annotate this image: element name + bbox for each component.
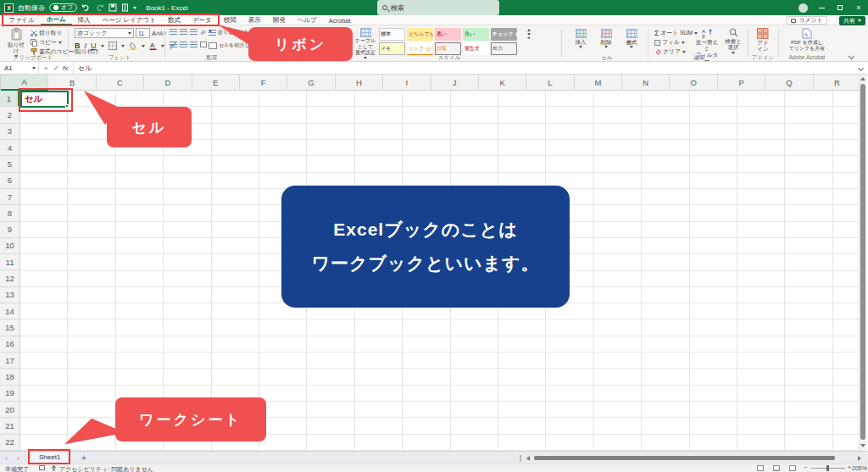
redo-icon[interactable] [95, 3, 104, 12]
page-layout-view-icon[interactable] [773, 465, 780, 471]
tab-表示[interactable]: 表示 [242, 15, 267, 25]
style-chip-リンク セル[interactable]: リンク セル [407, 42, 433, 55]
row-header-6[interactable]: 6 [0, 173, 19, 189]
row-header-3[interactable]: 3 [0, 124, 19, 140]
align-middle-icon[interactable] [180, 29, 187, 35]
delete-cells-button[interactable]: 削除 [595, 29, 617, 48]
style-chip-悪い[interactable]: 悪い [435, 28, 461, 41]
comments-button[interactable]: コメント [787, 16, 827, 25]
column-header-O[interactable]: O [670, 75, 717, 91]
print-icon[interactable] [121, 3, 129, 12]
normal-view-icon[interactable] [757, 465, 764, 471]
sheet-nav-next-icon[interactable]: › [17, 454, 19, 463]
autosum-button[interactable]: Σ オート SUM [654, 29, 698, 37]
fill-color-icon[interactable] [129, 42, 137, 50]
collapse-ribbon-icon[interactable] [849, 53, 854, 59]
indent-icon[interactable] [200, 42, 207, 47]
tab-ファイル[interactable]: ファイル [3, 15, 41, 25]
style-chip-計算[interactable]: 計算 [435, 42, 461, 55]
row-header-5[interactable]: 5 [0, 156, 19, 172]
row-header-11[interactable]: 11 [0, 254, 19, 270]
column-header-Q[interactable]: Q [765, 75, 813, 91]
expand-formula-bar-icon[interactable] [858, 65, 864, 71]
sheet-nav-prev-icon[interactable]: ‹ [5, 454, 8, 463]
zoom-in-button[interactable]: + [848, 464, 851, 470]
row-header-10[interactable]: 10 [0, 238, 19, 254]
format-cells-button[interactable]: 書式 [620, 29, 643, 48]
font-color-icon[interactable]: A [149, 42, 157, 50]
copy-button[interactable]: コピー [31, 38, 62, 47]
shrink-font-button[interactable]: A˅ [159, 31, 167, 36]
macro-record-icon[interactable] [39, 465, 45, 470]
column-header-G[interactable]: G [287, 75, 335, 91]
row-header-8[interactable]: 8 [0, 205, 19, 221]
row-header-2[interactable]: 2 [0, 107, 19, 123]
scroll-down-icon[interactable] [860, 444, 865, 447]
zoom-slider-thumb[interactable] [826, 465, 829, 471]
enter-icon[interactable]: ✓ [53, 62, 59, 75]
column-header-D[interactable]: D [144, 75, 192, 91]
find-select-button[interactable]: 検索と 選択 [722, 28, 744, 54]
row-header-21[interactable]: 21 [0, 418, 19, 434]
add-sheet-button[interactable]: + [81, 453, 86, 463]
row-header-22[interactable]: 22 [0, 435, 19, 451]
select-all-corner[interactable] [0, 75, 1, 91]
style-chip-チェック セル[interactable]: チェック セル [491, 28, 517, 41]
align-left-icon[interactable] [170, 42, 177, 47]
row-header-13[interactable]: 13 [0, 287, 19, 303]
tab-挿入[interactable]: 挿入 [72, 15, 97, 25]
fill-handle[interactable] [65, 104, 69, 108]
paste-button[interactable]: 貼り付け [5, 28, 27, 58]
undo-icon[interactable] [81, 3, 91, 12]
column-header-L[interactable]: L [526, 75, 574, 91]
italic-button[interactable]: I [85, 42, 87, 50]
tab-ヘルプ[interactable]: ヘルプ [292, 15, 323, 25]
row-header-19[interactable]: 19 [0, 386, 19, 402]
align-center-icon[interactable] [180, 42, 187, 47]
column-header-H[interactable]: H [336, 75, 383, 91]
column-header-R[interactable]: R [814, 75, 861, 91]
cancel-icon[interactable]: × [44, 62, 48, 75]
zoom-out-button[interactable]: − [804, 464, 807, 470]
column-header-P[interactable]: P [718, 75, 765, 91]
qat-dropdown-icon[interactable] [133, 7, 136, 9]
horizontal-scroll-thumb[interactable] [534, 456, 835, 460]
column-header-F[interactable]: F [240, 75, 287, 91]
align-right-icon[interactable] [190, 42, 198, 47]
addins-button[interactable]: アド イン [753, 28, 773, 53]
page-break-view-icon[interactable] [789, 465, 796, 471]
row-header-16[interactable]: 16 [0, 336, 19, 353]
column-header-J[interactable]: J [431, 75, 479, 91]
column-header-M[interactable]: M [575, 75, 622, 91]
search-input[interactable]: 検索 [377, 0, 499, 15]
row-header-9[interactable]: 9 [0, 222, 19, 238]
tab-開発[interactable]: 開発 [267, 15, 292, 25]
row-header-17[interactable]: 17 [0, 353, 19, 369]
style-chip-標準[interactable]: 標準 [379, 28, 405, 41]
row-header-14[interactable]: 14 [0, 303, 19, 319]
row-header-4[interactable]: 4 [0, 140, 19, 156]
row-header-7[interactable]: 7 [0, 189, 19, 205]
column-header-B[interactable]: B [48, 75, 96, 91]
hscroll-right-icon[interactable] [858, 456, 861, 461]
column-header-C[interactable]: C [97, 75, 144, 91]
orientation-icon[interactable]: ab [199, 28, 207, 36]
share-button[interactable]: 共有 [839, 16, 865, 25]
avatar[interactable] [793, 0, 812, 15]
cell-a1[interactable]: セル [20, 91, 69, 108]
borders-icon[interactable] [108, 42, 117, 50]
tab-数式[interactable]: 数式 [162, 15, 186, 25]
font-name-select[interactable]: 游ゴシック [75, 28, 134, 38]
tab-ホーム[interactable]: ホーム [41, 15, 72, 25]
font-size-select[interactable]: 11 [136, 28, 150, 38]
close-button[interactable]: × [849, 0, 868, 15]
align-top-icon[interactable] [170, 29, 177, 35]
row-header-1[interactable]: 1 [0, 91, 19, 107]
zoom-level[interactable]: 205% [852, 465, 866, 471]
column-header-A[interactable]: A [1, 75, 48, 91]
row-header-15[interactable]: 15 [0, 319, 19, 336]
column-header-K[interactable]: K [479, 75, 526, 91]
vertical-scroll-thumb[interactable] [860, 84, 865, 440]
column-header-N[interactable]: N [622, 75, 670, 91]
style-chip-良い[interactable]: 良い [463, 28, 489, 41]
